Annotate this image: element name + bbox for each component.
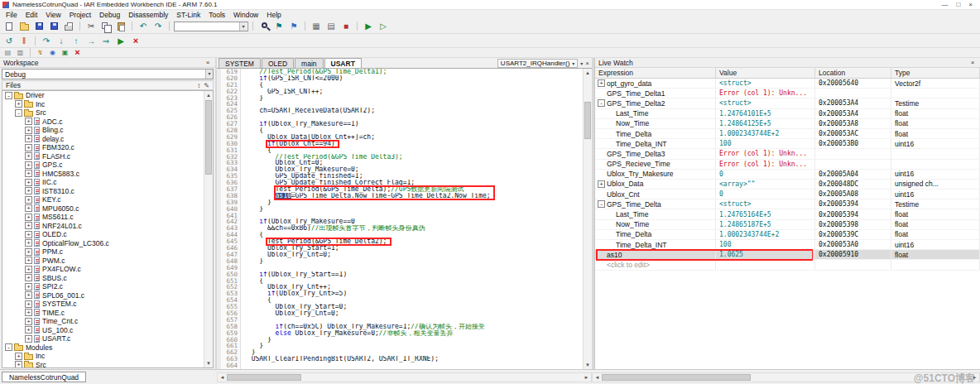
- code-line-655[interactable]: 655 Ublox_Try_Start=0;: [217, 304, 583, 310]
- tree-item-opticalflow-lc306-c[interactable]: +OpticalFlow_LC306.c: [2, 239, 204, 248]
- code-line-638[interactable]: 638 as10=GPS_Time_Delta.Now_Time-GPS_Tim…: [217, 193, 583, 199]
- code-line-661[interactable]: 661 }: [217, 343, 583, 349]
- save-all-icon[interactable]: [47, 21, 60, 31]
- code-editor[interactable]: 619 //Test_Period(&GPS_Time_Delta1);620 …: [217, 69, 583, 369]
- column-header-location[interactable]: Location: [815, 68, 891, 78]
- menu-item-window[interactable]: Window: [229, 11, 262, 19]
- expand-icon[interactable]: +: [25, 318, 32, 325]
- expand-icon[interactable]: +: [25, 291, 32, 299]
- expand-icon[interactable]: +: [25, 152, 32, 160]
- code-line-651[interactable]: 651 {: [217, 278, 583, 285]
- watch-cell-value[interactable]: <struct>: [716, 98, 815, 108]
- code-line-664[interactable]: 664: [217, 362, 583, 369]
- tree-item-iic-c[interactable]: +IIC.c: [2, 178, 204, 187]
- watch-cell-value[interactable]: Error (col 1): Unkn...: [716, 89, 815, 98]
- code-line-636[interactable]: 636 GPS_Update_finished_Correct_Flag=1;: [217, 180, 583, 186]
- undo-icon[interactable]: ↶: [137, 21, 150, 31]
- code-line-628[interactable]: 628 {: [217, 127, 583, 134]
- tab-usart[interactable]: USART: [324, 58, 362, 68]
- expand-icon[interactable]: +: [25, 135, 32, 142]
- watch-row-GPS_Recieve_Time[interactable]: GPS_Recieve_TimeError (col 1): Unkn...: [595, 160, 980, 170]
- tree-item-adc-c[interactable]: +ADC.c: [2, 118, 204, 127]
- watch-row-Ublox_Data[interactable]: +Ublox_Data<array>""0x200048DCunsigned c…: [595, 180, 980, 190]
- code-line-649[interactable]: 649: [217, 265, 583, 271]
- live-watch-window-icon[interactable]: ▤: [2, 49, 13, 57]
- tree-item-gps-c[interactable]: +GPS.c: [2, 161, 204, 170]
- tab-system[interactable]: SYSTEM: [219, 58, 261, 68]
- watch-row-Now_Time[interactable]: Now_Time1.24865187E+50x20005398float: [595, 220, 980, 230]
- tab-oled[interactable]: OLED: [262, 58, 294, 68]
- tree-item-ppm-c[interactable]: +PPM.c: [2, 247, 204, 257]
- scroll-down-icon[interactable]: ▼: [204, 359, 213, 367]
- watch-row-as10[interactable]: as101.06250x20005910float: [595, 250, 980, 260]
- menu-item-project[interactable]: Project: [65, 11, 95, 19]
- scroll-left-icon[interactable]: ◄: [593, 375, 602, 380]
- go-icon[interactable]: ▶: [114, 36, 127, 46]
- menu-item-help[interactable]: Help: [262, 11, 285, 19]
- maximize-icon[interactable]: □: [956, 1, 960, 9]
- watch-cell-value[interactable]: 1.0002343744E+2: [716, 230, 815, 239]
- collapse-icon[interactable]: -: [5, 343, 12, 351]
- watch-row-Last_Time[interactable]: Last_Time1.24765164E+50x20005394float: [595, 209, 980, 219]
- scroll-down-icon[interactable]: ▼: [584, 361, 592, 369]
- code-line-631[interactable]: 631 {: [217, 147, 583, 154]
- watch-cell-value[interactable]: 0: [716, 190, 815, 199]
- watch-row-Last_Time[interactable]: Last_Time1.24764101E+50x200053A4float: [595, 109, 980, 119]
- tree-item-usart-c[interactable]: +USART.c: [2, 334, 204, 343]
- tree-item-fbm320-c[interactable]: +FBM320.c: [2, 143, 204, 152]
- tree-item-modules[interactable]: -Modules: [2, 343, 204, 353]
- code-line-630[interactable]: 630 if(Ublox_Cnt==94): [217, 141, 583, 147]
- step-over-icon[interactable]: ↷: [40, 36, 53, 46]
- register-window-icon[interactable]: ▥: [15, 49, 26, 57]
- expand-icon[interactable]: +: [25, 257, 32, 264]
- expand-icon[interactable]: +: [598, 79, 605, 87]
- workspace-bottom-tab[interactable]: NamelessCotrunQuad: [2, 372, 86, 382]
- paste-icon[interactable]: [114, 21, 127, 31]
- menu-item-view[interactable]: View: [41, 11, 65, 19]
- stop-debugging-icon[interactable]: ×: [129, 36, 142, 46]
- expand-icon[interactable]: +: [25, 196, 32, 204]
- collapse-icon[interactable]: -: [15, 109, 22, 117]
- watch-cell-value[interactable]: 1.24865187E+5: [716, 220, 815, 229]
- menu-item-file[interactable]: File: [2, 11, 22, 19]
- tree-item-key-c[interactable]: +KEY.c: [2, 195, 204, 204]
- stlink-swd-icon[interactable]: ◉: [47, 49, 58, 57]
- tree-item-pwm-c[interactable]: +PWM.c: [2, 257, 204, 266]
- watch-row-GPS_Time_Delta1[interactable]: GPS_Time_Delta1Error (col 1): Unkn...: [595, 89, 980, 98]
- code-line-626[interactable]: 626: [217, 114, 583, 121]
- step-into-icon[interactable]: ↓: [55, 36, 68, 46]
- tree-item-px4flow-c[interactable]: +PX4FLOW.c: [2, 265, 204, 274]
- expand-icon[interactable]: +: [25, 309, 32, 316]
- tree-item-spi2-c[interactable]: +SPI2.c: [2, 282, 204, 291]
- tree-item-src[interactable]: +Src: [2, 361, 204, 368]
- watch-row-Time_Delta[interactable]: Time_Delta1.0002343744E+20x200053ACfloat: [595, 129, 980, 139]
- expand-icon[interactable]: +: [25, 187, 32, 194]
- code-line-621[interactable]: 621 {: [217, 82, 583, 89]
- collapse-icon[interactable]: -: [598, 200, 605, 208]
- cut-icon[interactable]: ✂: [84, 21, 98, 31]
- tab-main[interactable]: main: [295, 58, 323, 68]
- code-line-642[interactable]: 642 if(Ublox_Try_Makesure==0: [217, 218, 583, 225]
- expand-icon[interactable]: +: [15, 100, 22, 108]
- expand-icon[interactable]: +: [25, 274, 32, 281]
- editor-horizontal-scrollbar[interactable]: ◄ ►: [217, 372, 592, 382]
- watch-cell-value[interactable]: 1.0002343744E+2: [716, 129, 815, 138]
- watch-row-opt_gyro_data[interactable]: +opt_gyro_data<struct>0x20005640Vector2f: [595, 79, 980, 89]
- code-line-620[interactable]: 620 if(GPS_ISR_CNT<=2000): [217, 75, 583, 82]
- expand-icon[interactable]: +: [25, 266, 32, 273]
- copy-icon[interactable]: [99, 21, 113, 31]
- find-icon[interactable]: [257, 21, 271, 31]
- watch-cell-value[interactable]: [716, 260, 815, 269]
- column-header-value[interactable]: Value: [716, 68, 815, 78]
- close-icon[interactable]: ×: [968, 59, 977, 66]
- watch-row--click-to-edit-[interactable]: <click to edit>: [595, 260, 980, 270]
- code-line-637[interactable]: 637 Test_Period(&GPS_Time_Delta);//GPS数据…: [217, 186, 583, 193]
- save-icon[interactable]: [32, 21, 46, 31]
- files-column-header[interactable]: Files ↕ ✎: [2, 80, 214, 90]
- menu-item-tools[interactable]: Tools: [204, 11, 229, 19]
- watch-cell-value[interactable]: 1.24764101E+5: [716, 109, 815, 118]
- code-line-641[interactable]: 641: [217, 213, 583, 219]
- tree-item-spl06-001-c[interactable]: +SPL06_001.c: [2, 291, 204, 300]
- menu-item-edit[interactable]: Edit: [22, 11, 42, 19]
- tree-item-system-c[interactable]: +SYSTEM.c: [2, 300, 204, 309]
